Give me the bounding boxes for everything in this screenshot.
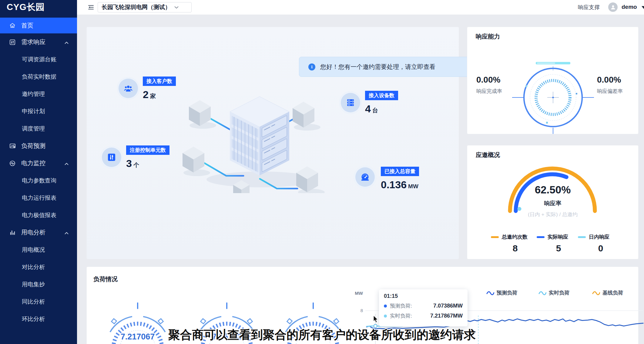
stat-connected-customers: 接入客户数 2家 <box>117 77 139 100</box>
banner-text: 您好！您有一个邀约需要处理，请立即查看 <box>320 63 435 71</box>
control-units-icon <box>100 146 123 169</box>
wave-icon <box>538 291 546 295</box>
stat-registered-control-units: 注册控制单元数 3个 <box>100 146 123 169</box>
sidebar-item-electricity-overview[interactable]: 用电概况 <box>0 241 77 258</box>
sidebar-item-label: 用电分析 <box>21 228 45 237</box>
user-menu-caret-icon[interactable] <box>642 6 644 9</box>
load-forecast-icon <box>9 143 16 149</box>
sidebar-item-electricity-analysis[interactable]: 用电分析 <box>0 224 77 241</box>
sidebar-item-yoy-analysis[interactable]: 同比分析 <box>0 293 77 310</box>
sidebar-item-label: 负荷预测 <box>21 142 45 150</box>
mouse-cursor-icon <box>373 315 379 323</box>
tooltip-time: 01:15 <box>384 293 463 299</box>
sidebar-item-realtime-load-data[interactable]: 负荷实时数据 <box>0 68 77 85</box>
stat-label-badge: 注册控制单元数 <box>126 145 169 155</box>
sidebar-item-label: 可调资源台账 <box>22 56 56 63</box>
completion-rate-label: 响应完成率 <box>476 88 519 95</box>
stat-label-badge: 已接入总容量 <box>381 167 419 176</box>
stat-label-badge: 接入客户数 <box>143 77 176 86</box>
invitation-overview-card: 应邀概况 62.50% 响应率 (日内 + 实际) / 总邀约 总邀约次数 实际… <box>467 145 639 259</box>
sidebar-item-label: 同比分析 <box>22 298 45 306</box>
wave-icon <box>592 291 600 295</box>
completion-rate-value: 0.00% <box>476 75 519 85</box>
sidebar-menu: 首页需求响应可调资源台账负荷实时数据邀约管理申报计划调度管理负荷预测电力监控电力… <box>0 18 77 328</box>
legend-value-total: 8 <box>506 243 524 254</box>
stat-label-badge: 接入设备数 <box>365 91 398 100</box>
response-capability-card: 响应能力 0.00% 响应完成率 0.00% 响应偏差率 <box>467 27 639 134</box>
capacity-gauge-icon <box>354 166 376 188</box>
sidebar-item-label: 负荷实时数据 <box>22 73 56 81</box>
chevron-up-icon[interactable] <box>65 229 69 236</box>
sidebar-item-declaration-plan[interactable]: 申报计划 <box>0 103 77 120</box>
sidebar-item-meter-reading[interactable]: 用电集抄 <box>0 276 77 293</box>
gauge-legend-item-total[interactable]: 总邀约次数 <box>491 233 528 240</box>
sidebar-item-comparison-analysis[interactable]: 对比分析 <box>0 258 77 276</box>
sidebar-item-invitation-management[interactable]: 邀约管理 <box>0 85 77 103</box>
electricity-analysis-icon <box>9 229 16 236</box>
chevron-down-icon <box>174 6 179 9</box>
avatar[interactable] <box>608 2 618 12</box>
chart-legend-baseline[interactable]: 基线负荷 <box>592 289 623 296</box>
legend-swatch <box>578 236 586 238</box>
topbar: 长园飞轮深圳电网（测试） 响应支撑 demo <box>77 0 644 15</box>
gauge-legend-item-intraday[interactable]: 日内响应 <box>578 233 609 240</box>
sidebar-item-label: 调度管理 <box>22 125 45 133</box>
stat-connected-devices: 接入设备数 4台 <box>339 91 362 114</box>
overview-hero-card: i 您好！您有一个邀约需要处理，请立即查看 查看详情 接入客户数 2家 接入设备… <box>86 27 459 259</box>
brand-logo: CYG长园 <box>0 0 77 15</box>
sidebar-item-power-monitoring[interactable]: 电力监控 <box>0 155 77 172</box>
devices-icon <box>339 91 362 114</box>
chart-legend-realtime[interactable]: 实时负荷 <box>538 289 569 296</box>
svg-text:MW: MW <box>355 291 363 296</box>
sidebar-item-label: 首页 <box>21 22 33 30</box>
deviation-rate-value: 0.00% <box>597 75 639 85</box>
sidebar-item-label: 对比分析 <box>22 263 45 271</box>
legend-value-intraday: 0 <box>592 243 610 254</box>
sidebar-item-label: 电力监控 <box>21 159 45 167</box>
svg-text:8: 8 <box>361 308 363 313</box>
response-support-link[interactable]: 响应支撑 <box>578 4 600 11</box>
gauge-legend-item-actual[interactable]: 实际响应 <box>537 233 568 240</box>
chart-legend-forecast[interactable]: 预测负荷 <box>486 289 517 296</box>
sidebar-item-adjustable-resource-ledger[interactable]: 可调资源台账 <box>0 51 77 68</box>
response-rate-value: 62.50% <box>507 184 598 196</box>
response-rate-label: 响应率 <box>507 199 598 207</box>
sidebar-item-power-extreme-report[interactable]: 电力极值报表 <box>0 206 77 224</box>
customers-icon <box>117 77 139 100</box>
username[interactable]: demo <box>622 4 637 10</box>
sidebar-item-power-parameter-query[interactable]: 电力参数查询 <box>0 172 77 189</box>
panel-title: 负荷情况 <box>93 275 118 283</box>
sidebar-item-label: 电力参数查询 <box>22 177 56 185</box>
deviation-rate-label: 响应偏差率 <box>597 88 639 95</box>
sidebar-item-label: 申报计划 <box>22 107 45 115</box>
tooltip-row-forecast: 预测负荷: 7.07386MW <box>384 302 463 309</box>
sidebar-item-label: 环比分析 <box>22 315 45 323</box>
info-icon: i <box>308 63 315 70</box>
video-subtitle: 聚合商可以查看到聚合的所有客户的设备所收到的邀约请求 <box>0 327 644 343</box>
sidebar-item-power-operation-report[interactable]: 电力运行报表 <box>0 189 77 206</box>
response-rate-formula: (日内 + 实际) / 总邀约 <box>507 211 598 218</box>
dot-icon <box>384 305 387 308</box>
chart-tooltip: 01:15 预测负荷: 7.07386MW 实时负荷: 7.217867MW <box>379 289 468 326</box>
sidebar-item-demand-response[interactable]: 需求响应 <box>0 33 77 51</box>
sidebar-item-label: 需求响应 <box>21 38 45 46</box>
server-cluster-illustration <box>170 88 340 193</box>
app-root: CYG长园 首页需求响应可调资源台账负荷实时数据邀约管理申报计划调度管理负荷预测… <box>0 0 644 344</box>
sidebar-collapse-icon[interactable] <box>87 4 95 12</box>
chevron-up-icon[interactable] <box>65 160 69 167</box>
user-icon <box>610 5 616 10</box>
sidebar: CYG长园 首页需求响应可调资源台账负荷实时数据邀约管理申报计划调度管理负荷预测… <box>0 0 77 344</box>
sidebar-item-mom-analysis[interactable]: 环比分析 <box>0 310 77 328</box>
response-radar-graphic <box>467 60 638 135</box>
sidebar-item-label: 用电集抄 <box>22 281 45 288</box>
sidebar-item-load-forecast[interactable]: 负荷预测 <box>0 137 77 155</box>
grid-selector-dropdown[interactable]: 长园飞轮深圳电网（测试） <box>98 2 192 12</box>
legend-swatch <box>537 236 545 238</box>
chevron-up-icon[interactable] <box>65 39 69 46</box>
home-icon <box>9 22 16 29</box>
sidebar-item-label: 用电概况 <box>22 246 45 254</box>
stat-total-capacity: 已接入总容量 0.136MW <box>354 166 376 188</box>
sidebar-item-dispatch-management[interactable]: 调度管理 <box>0 120 77 137</box>
wave-icon <box>486 291 494 295</box>
sidebar-item-home[interactable]: 首页 <box>0 18 77 33</box>
